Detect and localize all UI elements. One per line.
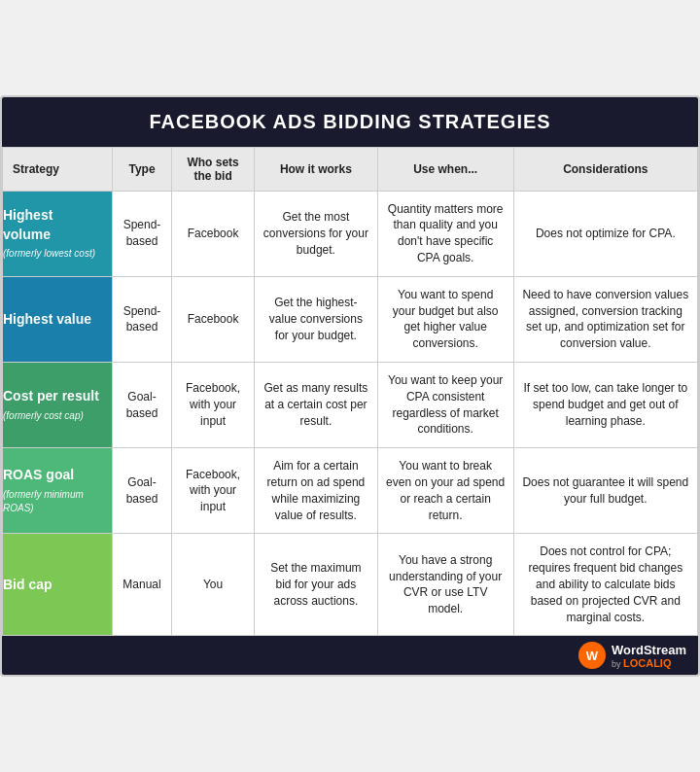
- col-header-3: How it works: [255, 147, 378, 191]
- logo-icon: W: [578, 642, 606, 669]
- by-text: by LOCALIQ: [612, 657, 686, 669]
- sub-brand: LOCALIQ: [623, 657, 672, 669]
- logo: W WordStream by LOCALIQ: [578, 642, 686, 669]
- use_when-cell-0: Quantity matters more than quality and y…: [377, 191, 513, 276]
- who-cell-4: You: [172, 534, 255, 636]
- table-row: Bid capManualYouSet the maximum bid for …: [3, 534, 698, 636]
- considerations-cell-4: Does not control for CPA; requires frequ…: [513, 534, 697, 636]
- logo-text: WordStream by LOCALIQ: [612, 643, 686, 669]
- table-row: ROAS goal(formerly minimum ROAS)Goal-bas…: [3, 448, 698, 534]
- strategy-cell-1: Highest value: [3, 276, 113, 362]
- brand-name: WordStream: [612, 643, 686, 657]
- col-header-0: Strategy: [3, 147, 113, 191]
- use_when-cell-3: You want to break even on your ad spend …: [377, 448, 513, 534]
- use_when-cell-1: You want to spend your budget but also g…: [377, 276, 513, 362]
- who-cell-1: Facebook: [172, 276, 255, 362]
- type-cell-4: Manual: [112, 534, 171, 636]
- table-row: Cost per result(formerly cost cap)Goal-b…: [3, 363, 698, 448]
- type-cell-1: Spend-based: [112, 276, 171, 362]
- use_when-cell-4: You have a strong understanding of your …: [377, 534, 513, 636]
- considerations-cell-1: Need to have conversion values assigned,…: [513, 276, 697, 362]
- col-header-5: Considerations: [513, 147, 697, 191]
- footer: W WordStream by LOCALIQ: [2, 636, 698, 675]
- strategies-table: StrategyTypeWho sets the bidHow it works…: [2, 147, 698, 637]
- considerations-cell-2: If set too low, can take longer to spend…: [513, 363, 697, 448]
- table-row: Highest volume(formerly lowest cost)Spen…: [3, 191, 698, 276]
- how-cell-2: Get as many results at a certain cost pe…: [255, 363, 378, 448]
- main-card: FACEBOOK ADS BIDDING STRATEGIES Strategy…: [0, 95, 700, 678]
- who-cell-3: Facebook, with your input: [172, 448, 255, 534]
- considerations-cell-3: Does not guarantee it will spend your fu…: [513, 448, 697, 534]
- how-cell-3: Aim for a certain return on ad spend whi…: [255, 448, 378, 534]
- use_when-cell-2: You want to keep your CPA consistent reg…: [377, 363, 513, 448]
- strategy-cell-0: Highest volume(formerly lowest cost): [3, 191, 113, 276]
- strategy-cell-4: Bid cap: [3, 534, 113, 636]
- col-header-2: Who sets the bid: [172, 147, 255, 191]
- considerations-cell-0: Does not optimize for CPA.: [513, 191, 697, 276]
- who-cell-2: Facebook, with your input: [172, 363, 255, 448]
- type-cell-2: Goal-based: [112, 363, 171, 448]
- how-cell-4: Set the maximum bid for your ads across …: [255, 534, 378, 636]
- strategy-cell-3: ROAS goal(formerly minimum ROAS): [3, 448, 113, 534]
- type-cell-0: Spend-based: [112, 191, 171, 276]
- strategy-cell-2: Cost per result(formerly cost cap): [3, 363, 113, 448]
- col-header-4: Use when...: [377, 147, 513, 191]
- table-header-row: StrategyTypeWho sets the bidHow it works…: [3, 147, 698, 191]
- how-cell-0: Get the most conversions for your budget…: [255, 191, 378, 276]
- how-cell-1: Get the highest-value conversions for yo…: [255, 276, 378, 362]
- who-cell-0: Facebook: [172, 191, 255, 276]
- table-row: Highest valueSpend-basedFacebookGet the …: [3, 276, 698, 362]
- page-title: FACEBOOK ADS BIDDING STRATEGIES: [2, 97, 698, 147]
- col-header-1: Type: [112, 147, 171, 191]
- type-cell-3: Goal-based: [112, 448, 171, 534]
